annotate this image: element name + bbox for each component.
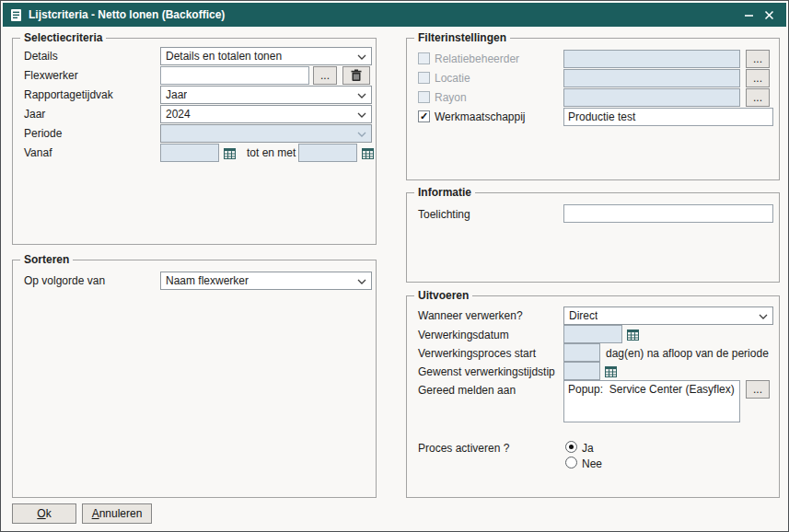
titlebar[interactable]: Lijstcriteria - Netto lonen (Backoffice): [3, 3, 786, 27]
verwerkingsdatum-label: Verwerkingsdatum: [418, 329, 509, 341]
wanneer-verwerken-select[interactable]: Direct: [563, 306, 773, 325]
op-volgorde-label: Op volgorde van: [24, 274, 105, 287]
calendar-icon: [224, 147, 236, 159]
trash-icon: [351, 69, 362, 82]
locatie-checkbox[interactable]: ✓: [418, 72, 430, 84]
locatie-label: Locatie: [435, 72, 470, 85]
relatiebeheerder-browse-button[interactable]: ...: [746, 50, 770, 68]
periode-label: Periode: [24, 127, 62, 140]
minimize-button[interactable]: [738, 5, 759, 25]
checkmark-icon: ✓: [420, 111, 428, 121]
locatie-browse-button[interactable]: ...: [746, 69, 770, 87]
verwerkingsdatum-calendar-button[interactable]: [624, 326, 641, 342]
groupbox-filterinstellingen: Filterinstellingen ✓ Relatiebeheerder ..…: [406, 38, 780, 180]
chevron-down-icon: [357, 279, 366, 284]
gereed-melden-aan-label: Gereed melden aan: [418, 384, 516, 397]
locatie-input: [563, 69, 740, 87]
filterinstellingen-legend: Filterinstellingen: [414, 32, 510, 44]
vanaf-from-input: [160, 144, 219, 162]
relatiebeheerder-checkbox[interactable]: ✓: [418, 52, 430, 64]
werkmaatschappij-checkbox[interactable]: ✓: [418, 110, 430, 122]
groupbox-uitvoeren: Uitvoeren Wanneer verwerken? Direct Verw…: [406, 295, 780, 498]
proces-activeren-radio-nee[interactable]: [565, 457, 577, 468]
flexwerker-delete-button[interactable]: [342, 66, 370, 85]
gereed-browse-button[interactable]: ...: [746, 380, 770, 399]
calendar-icon: [627, 329, 639, 341]
chevron-down-icon: [357, 93, 366, 98]
radio-ja-label: Ja: [582, 442, 594, 455]
uitvoeren-legend: Uitvoeren: [414, 290, 472, 302]
groupbox-informatie: Informatie Toelichting: [406, 192, 780, 283]
rayon-browse-button[interactable]: ...: [746, 88, 770, 107]
wanneer-verwerken-select-value: Direct: [569, 309, 598, 322]
werkmaatschappij-input[interactable]: [563, 108, 773, 126]
vanaf-from-calendar-button[interactable]: [221, 145, 238, 161]
rayon-input: [563, 88, 740, 107]
chevron-down-icon: [357, 112, 366, 118]
window-title: Lijstcriteria - Netto lonen (Backoffice): [29, 8, 225, 21]
vanaf-to-input: [298, 144, 357, 162]
rayon-checkbox[interactable]: ✓: [418, 91, 430, 103]
rapportagetijdvak-select-value: Jaar: [166, 88, 187, 101]
toelichting-input[interactable]: [563, 204, 773, 223]
selectiecriteria-legend: Selectiecriteria: [20, 32, 106, 44]
jaar-select[interactable]: 2024: [160, 105, 372, 123]
vanaf-label: Vanaf: [24, 146, 52, 159]
details-select[interactable]: Details en totalen tonen: [160, 47, 372, 65]
periode-select: [160, 124, 372, 143]
werkmaatschappij-label: Werkmaatschappij: [435, 110, 525, 123]
groupbox-selectiecriteria: Selectiecriteria Details Details en tota…: [12, 38, 377, 245]
jaar-label: Jaar: [24, 108, 45, 121]
radio-nee-label: Nee: [582, 457, 602, 470]
verwerkingsproces-start-input: [563, 343, 600, 362]
flexwerker-browse-button[interactable]: ...: [313, 66, 337, 85]
dialog-window: Lijstcriteria - Netto lonen (Backoffice)…: [0, 0, 789, 532]
op-volgorde-select[interactable]: Naam flexwerker: [160, 272, 372, 290]
rapportagetijdvak-select[interactable]: Jaar: [160, 86, 372, 104]
calendar-icon: [362, 147, 374, 159]
groupbox-sorteren: Sorteren Op volgorde van Naam flexwerker: [12, 260, 377, 498]
details-select-value: Details en totalen tonen: [166, 50, 282, 63]
proces-activeren-label: Proces activeren ?: [418, 442, 509, 455]
verwerkingsproces-start-label: Verwerkingsproces start: [418, 347, 536, 360]
gewenst-verwerkingstijdstip-label: Gewenst verwerkingstijdstip: [418, 365, 555, 378]
gereed-melden-aan-textarea[interactable]: [563, 380, 740, 422]
op-volgorde-select-value: Naam flexwerker: [166, 274, 249, 287]
close-button[interactable]: [759, 5, 779, 25]
details-label: Details: [24, 50, 58, 63]
jaar-select-value: 2024: [166, 108, 191, 121]
proces-activeren-radio-ja[interactable]: [565, 441, 577, 453]
relatiebeheerder-input: [563, 50, 740, 68]
gewenst-verwerkingstijdstip-input: [563, 362, 600, 380]
flexwerker-input[interactable]: [160, 66, 309, 85]
verwerkingsproces-start-suffix: dag(en) na afloop van de periode: [606, 347, 769, 360]
chevron-down-icon: [759, 314, 768, 319]
informatie-legend: Informatie: [414, 187, 475, 199]
relatiebeheerder-label: Relatiebeheerder: [435, 52, 519, 65]
tot-en-met-label: tot en met: [247, 146, 296, 159]
ok-button[interactable]: Ok: [12, 503, 76, 524]
wanneer-verwerken-label: Wanneer verwerken?: [418, 309, 523, 322]
flexwerker-label: Flexwerker: [24, 69, 78, 82]
vanaf-to-calendar-button[interactable]: [359, 145, 376, 161]
document-icon: [10, 8, 22, 22]
chevron-down-icon: [357, 132, 366, 137]
toelichting-label: Toelichting: [418, 208, 470, 221]
rayon-label: Rayon: [435, 91, 467, 104]
rapportagetijdvak-label: Rapportagetijdvak: [24, 88, 113, 101]
verwerkingsdatum-input: [563, 325, 622, 343]
tijdstip-calendar-button[interactable]: [602, 363, 619, 379]
calendar-icon: [605, 365, 617, 377]
annuleren-button[interactable]: Annuleren: [82, 503, 152, 524]
chevron-down-icon: [357, 54, 366, 60]
ok-button-label: Ok: [37, 507, 51, 520]
sorteren-legend: Sorteren: [20, 254, 73, 266]
annuleren-button-label: Annuleren: [92, 507, 143, 520]
